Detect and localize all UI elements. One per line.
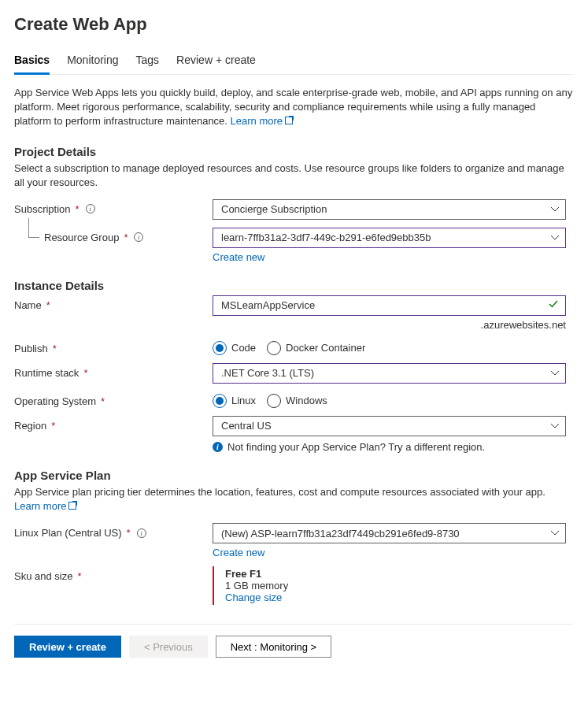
required-icon: * xyxy=(53,343,57,354)
required-icon: * xyxy=(46,299,50,311)
publish-label: Publish xyxy=(14,343,48,354)
required-icon: * xyxy=(51,420,55,432)
tab-tags[interactable]: Tags xyxy=(136,49,160,74)
tab-review-create[interactable]: Review + create xyxy=(176,49,256,74)
region-select[interactable]: Central US xyxy=(213,416,566,436)
learn-more-link[interactable]: Learn more xyxy=(231,115,293,127)
review-create-button[interactable]: Review + create xyxy=(14,636,121,658)
external-link-icon xyxy=(68,502,76,510)
linux-plan-value: (New) ASP-learn7ffb31a23df7449cb291e6fed… xyxy=(221,528,460,540)
os-label: Operating System xyxy=(14,395,96,407)
name-suffix: .azurewebsites.net xyxy=(213,319,566,331)
required-icon: * xyxy=(127,527,131,539)
tab-monitoring[interactable]: Monitoring xyxy=(67,49,118,74)
subscription-select[interactable]: Concierge Subscription xyxy=(213,199,566,220)
plan-create-new-link[interactable]: Create new xyxy=(213,547,264,558)
sku-memory: 1 GB memory xyxy=(225,580,574,591)
chevron-down-icon xyxy=(550,205,560,214)
linux-plan-select[interactable]: (New) ASP-learn7ffb31a23df7449cb291e6fed… xyxy=(213,523,566,543)
section-instance-title: Instance Details xyxy=(14,279,574,292)
subscription-label: Subscription xyxy=(14,203,71,215)
resource-group-label: Resource Group xyxy=(44,232,119,243)
chevron-down-icon xyxy=(550,421,560,431)
os-linux-radio[interactable]: Linux xyxy=(213,394,256,408)
sku-label: Sku and size xyxy=(14,570,72,582)
section-plan-title: App Service Plan xyxy=(14,469,574,482)
previous-button: < Previous xyxy=(129,636,208,658)
os-windows-radio[interactable]: Windows xyxy=(267,394,327,408)
footer: Review + create < Previous Next : Monito… xyxy=(14,624,574,669)
required-icon: * xyxy=(77,570,81,582)
name-value: MSLearnAppService xyxy=(221,299,315,311)
required-icon: * xyxy=(101,395,105,407)
publish-code-label: Code xyxy=(231,342,256,354)
region-value: Central US xyxy=(221,420,272,432)
plan-desc-text: App Service plan pricing tier determines… xyxy=(14,486,545,498)
os-linux-label: Linux xyxy=(231,395,256,406)
subscription-value: Concierge Subscription xyxy=(221,203,327,215)
required-icon: * xyxy=(124,232,128,243)
external-link-icon xyxy=(285,117,293,124)
info-icon[interactable]: i xyxy=(137,528,146,538)
runtime-select[interactable]: .NET Core 3.1 (LTS) xyxy=(213,363,566,384)
rg-create-new-link[interactable]: Create new xyxy=(213,251,264,263)
chevron-down-icon xyxy=(550,528,560,538)
page-title: Create Web App xyxy=(14,14,574,35)
required-icon: * xyxy=(76,203,80,215)
linux-plan-label: Linux Plan (Central US) xyxy=(14,527,122,539)
publish-code-radio[interactable]: Code xyxy=(213,341,256,355)
required-icon: * xyxy=(83,367,87,379)
os-windows-label: Windows xyxy=(286,395,327,406)
info-icon[interactable]: i xyxy=(86,204,95,213)
intro-text-body: App Service Web Apps lets you quickly bu… xyxy=(14,87,572,127)
resource-group-value: learn-7ffb31a2-3df7-449c-b291-e6fed9ebb3… xyxy=(221,232,431,243)
resource-group-select[interactable]: learn-7ffb31a2-3df7-449c-b291-e6fed9ebb3… xyxy=(213,228,566,248)
section-project-title: Project Details xyxy=(14,145,574,158)
publish-docker-label: Docker Container xyxy=(286,342,365,354)
intro-text: App Service Web Apps lets you quickly bu… xyxy=(14,86,574,129)
info-solid-icon: i xyxy=(213,442,223,452)
region-note: Not finding your App Service Plan? Try a… xyxy=(227,441,485,453)
section-plan-desc: App Service plan pricing tier determines… xyxy=(14,485,574,514)
runtime-value: .NET Core 3.1 (LTS) xyxy=(221,367,314,379)
section-project-desc: Select a subscription to manage deployed… xyxy=(14,161,574,190)
next-button[interactable]: Next : Monitoring > xyxy=(216,636,331,658)
runtime-label: Runtime stack xyxy=(14,367,79,379)
chevron-down-icon xyxy=(550,233,560,243)
plan-learn-more-link[interactable]: Learn more xyxy=(14,500,76,512)
check-icon xyxy=(548,299,559,312)
sku-box: Free F1 1 GB memory Change size xyxy=(213,566,574,605)
sku-name: Free F1 xyxy=(225,568,574,580)
publish-docker-radio[interactable]: Docker Container xyxy=(267,341,365,355)
tab-basics[interactable]: Basics xyxy=(14,49,50,75)
name-input[interactable]: MSLearnAppService xyxy=(213,295,566,316)
chevron-down-icon xyxy=(550,369,560,378)
tabs: Basics Monitoring Tags Review + create xyxy=(14,49,574,75)
name-label: Name xyxy=(14,299,42,311)
info-icon[interactable]: i xyxy=(134,232,143,242)
change-size-link[interactable]: Change size xyxy=(225,591,282,603)
region-label: Region xyxy=(14,420,46,432)
